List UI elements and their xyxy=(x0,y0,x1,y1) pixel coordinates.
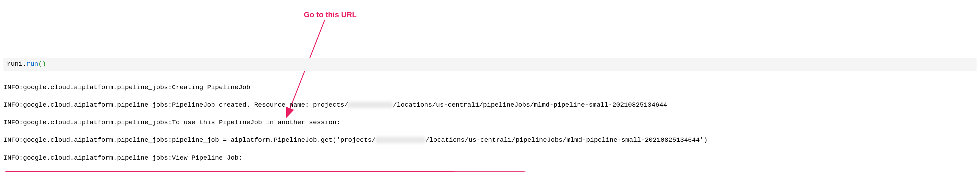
output-line: INFO:google.cloud.aiplatform.pipeline_jo… xyxy=(3,118,708,127)
output-text: /locations/us-central1/pipelineJobs/mlmd… xyxy=(393,101,667,109)
code-parens: () xyxy=(38,60,46,68)
redacted-project-id: xxxxxxxxxx xyxy=(348,102,393,108)
output-line: INFO:google.cloud.aiplatform.pipeline_jo… xyxy=(3,83,708,92)
output-text: INFO:google.cloud.aiplatform.pipeline_jo… xyxy=(3,101,348,109)
output-text: /locations/us-central1/pipelineJobs/mlmd… xyxy=(425,136,708,144)
code-object: run1 xyxy=(7,60,23,68)
output-line: INFO:google.cloud.aiplatform.pipeline_jo… xyxy=(3,101,708,110)
output-line: INFO:google.cloud.aiplatform.pipeline_jo… xyxy=(3,154,708,163)
redacted-project-id: xxxxxxxxxxx xyxy=(375,137,425,143)
output-text: INFO:google.cloud.aiplatform.pipeline_jo… xyxy=(3,136,375,144)
output-block: INFO:google.cloud.aiplatform.pipeline_jo… xyxy=(3,74,708,172)
code-input-cell: run1.run() xyxy=(3,58,977,71)
code-method: run xyxy=(27,60,38,68)
output-line: INFO:google.cloud.aiplatform.pipeline_jo… xyxy=(3,136,708,145)
code-dot: . xyxy=(23,60,27,68)
annotation-label: Go to this URL xyxy=(304,10,357,20)
